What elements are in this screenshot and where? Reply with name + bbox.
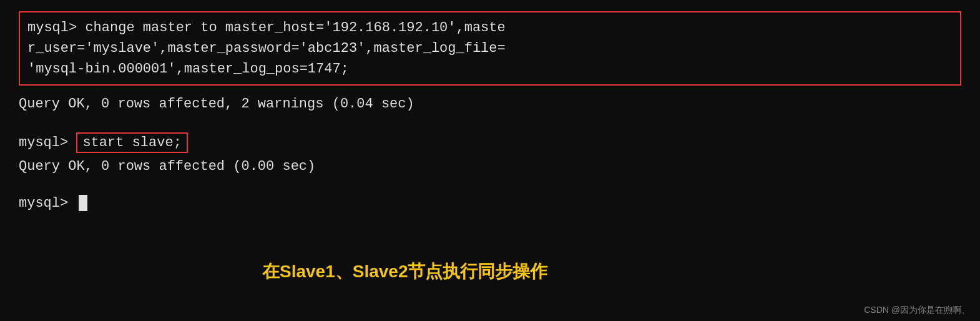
mysql-prompt-2: mysql> (19, 135, 76, 151)
terminal-window: mysql> change master to master_host='192… (0, 0, 980, 321)
final-prompt-line: mysql> (19, 195, 961, 211)
annotation-text: 在Slave1、Slave2节点执行同步操作 (262, 260, 548, 284)
cursor-block (79, 195, 87, 211)
query-result-2: Query OK, 0 rows affected (0.00 sec) (19, 156, 961, 177)
watermark-text: CSDN @因为你是在煦啊、 (864, 305, 970, 316)
start-slave-cmd: start slave; (82, 135, 181, 151)
mysql-prompt-3: mysql> (19, 195, 76, 211)
command-line-2: r_user='myslave',master_password='abc123… (27, 38, 953, 59)
change-master-command-box: mysql> change master to master_host='192… (19, 11, 961, 86)
command-line-1: mysql> change master to master_host='192… (27, 17, 953, 38)
start-slave-command-box: start slave; (76, 132, 187, 153)
query-result-1: Query OK, 0 rows affected, 2 warnings (0… (19, 93, 961, 115)
start-slave-prompt-line: mysql> start slave; (19, 132, 961, 153)
command-line-3: 'mysql-bin.000001',master_log_pos=1747; (27, 59, 953, 79)
